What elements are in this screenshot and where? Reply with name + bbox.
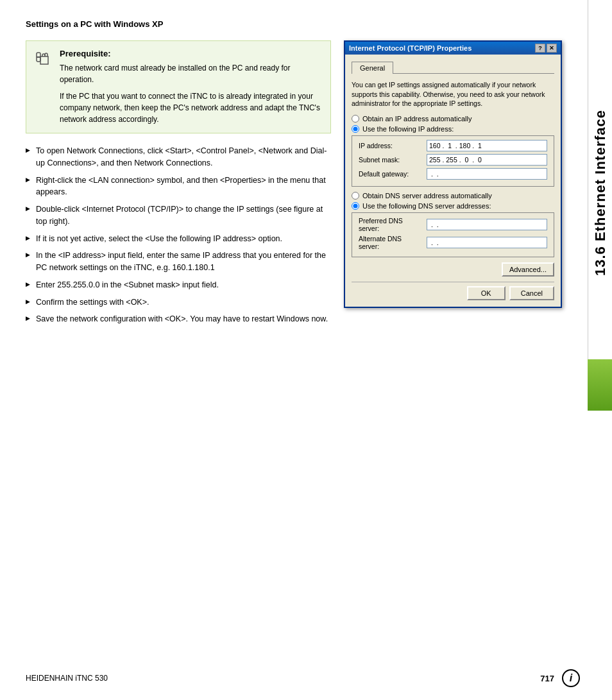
main-content: Settings on a PC with Windows XP Prer xyxy=(0,0,588,350)
alternate-dns-label: Alternate DNS server: xyxy=(359,235,423,250)
subnet-mask-row: Subnet mask: xyxy=(359,154,547,166)
advanced-btn-row: Advanced... xyxy=(352,262,554,277)
dialog-title: Internet Protocol (TCP/IP) Properties xyxy=(349,44,472,52)
svg-rect-1 xyxy=(37,56,40,58)
subnet-mask-input[interactable] xyxy=(427,154,547,166)
help-button[interactable]: ? xyxy=(535,44,545,53)
alternate-dns-row: Alternate DNS server: xyxy=(359,235,547,250)
side-tab: 13.6 Ethernet Interface xyxy=(588,0,612,385)
radio-manual-dns[interactable] xyxy=(352,202,359,210)
ip-address-input[interactable] xyxy=(427,140,547,151)
gateway-row: Default gateway: xyxy=(359,168,547,180)
list-item: Enter 255.255.0.0 in the <Subnet mask> i… xyxy=(26,279,331,291)
ip-address-row: IP address: xyxy=(359,140,547,151)
list-item: In the <IP address> input field, enter t… xyxy=(26,250,331,274)
info-icon: i xyxy=(562,669,580,687)
radio-manual-ip-group: Use the following IP address: xyxy=(352,125,554,133)
list-item: Save the network configuration with <OK>… xyxy=(26,313,331,325)
radio-manual-dns-label[interactable]: Use the following DNS server addresses: xyxy=(352,202,554,210)
list-item: Double-click <Internet Protocol (TCP/IP)… xyxy=(26,203,331,228)
radio-manual-dns-group: Use the following DNS server addresses: xyxy=(352,202,554,210)
ip-address-label: IP address: xyxy=(359,142,423,149)
radio-auto-dns-label[interactable]: Obtain DNS server address automatically xyxy=(352,192,554,200)
prereq-icon xyxy=(35,50,53,68)
xp-titlebar: Internet Protocol (TCP/IP) Properties ? … xyxy=(345,42,561,55)
list-item: Confirm the settings with <OK>. xyxy=(26,296,331,309)
dns-fields-group: Preferred DNS server: Alternate DNS serv… xyxy=(352,212,554,257)
side-tab-label: 13.6 Ethernet Interface xyxy=(592,110,609,276)
preferred-dns-row: Preferred DNS server: xyxy=(359,217,547,232)
preferred-dns-label: Preferred DNS server: xyxy=(359,217,423,232)
section-heading: Settings on a PC with Windows XP xyxy=(26,19,562,29)
ok-button[interactable]: OK xyxy=(467,286,506,300)
radio-auto-ip-group: Obtain an IP address automatically xyxy=(352,115,554,123)
prereq-content: Prerequisite: The network card must alre… xyxy=(60,49,321,125)
radio-auto-dns[interactable] xyxy=(352,192,359,200)
preferred-dns-input[interactable] xyxy=(427,219,547,230)
list-item: To open Network Connections, click <Star… xyxy=(26,145,331,169)
gateway-input[interactable] xyxy=(427,168,547,180)
right-column: Internet Protocol (TCP/IP) Properties ? … xyxy=(344,40,562,330)
tab-bar: General xyxy=(352,61,554,74)
radio-auto-dns-group: Obtain DNS server address automatically xyxy=(352,192,554,200)
footer-page-number: 717 xyxy=(540,674,554,683)
list-item: Right-click the <LAN connection> symbol,… xyxy=(26,175,331,199)
close-button[interactable]: ✕ xyxy=(547,44,557,53)
tab-general[interactable]: General xyxy=(352,62,393,74)
titlebar-controls: ? ✕ xyxy=(535,44,557,53)
prereq-para1: The network card must already be install… xyxy=(60,62,321,85)
dialog-button-row: OK Cancel xyxy=(352,282,554,300)
left-column: Prerequisite: The network card must alre… xyxy=(26,40,331,330)
steps-list: To open Network Connections, click <Star… xyxy=(26,145,331,325)
content-layout: Prerequisite: The network card must alre… xyxy=(26,40,562,330)
radio-auto-ip[interactable] xyxy=(352,115,359,123)
prerequisite-box: Prerequisite: The network card must alre… xyxy=(26,40,331,133)
prereq-text: The network card must already be install… xyxy=(60,62,321,125)
ip-fields-group: IP address: Subnet mask: Default gateway… xyxy=(352,135,554,187)
page-footer: HEIDENHAIN iTNC 530 717 i xyxy=(26,669,580,687)
side-tab-green-accent xyxy=(588,359,612,411)
gateway-label: Default gateway: xyxy=(359,170,423,178)
radio-auto-ip-label[interactable]: Obtain an IP address automatically xyxy=(352,115,554,123)
prereq-title: Prerequisite: xyxy=(60,49,321,58)
dialog-body: General You can get IP settings assigned… xyxy=(345,55,561,307)
list-item: If it is not yet active, select the <Use… xyxy=(26,233,331,245)
dialog-description: You can get IP settings assigned automat… xyxy=(352,80,554,108)
alternate-dns-input[interactable] xyxy=(427,237,547,248)
radio-manual-ip-label[interactable]: Use the following IP address: xyxy=(352,125,554,133)
radio-manual-ip[interactable] xyxy=(352,125,359,133)
advanced-button[interactable]: Advanced... xyxy=(502,262,554,277)
cancel-button[interactable]: Cancel xyxy=(509,286,554,300)
prereq-para2: If the PC that you want to connect the i… xyxy=(60,90,321,125)
footer-brand: HEIDENHAIN iTNC 530 xyxy=(26,674,108,683)
subnet-mask-label: Subnet mask: xyxy=(359,156,423,164)
xp-dialog: Internet Protocol (TCP/IP) Properties ? … xyxy=(344,40,562,308)
